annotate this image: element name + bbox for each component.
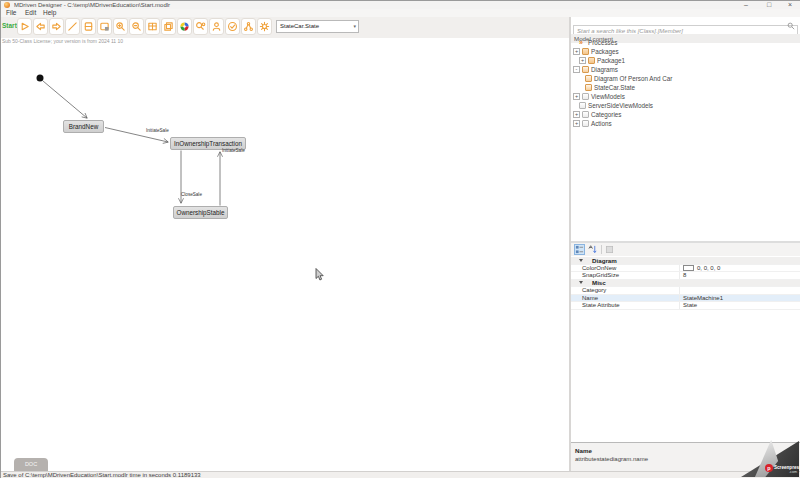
category-label: Misc (583, 279, 606, 286)
tree-item-label: ViewModels (591, 93, 625, 100)
property-label: SnapGridSize (571, 272, 679, 278)
expander-icon[interactable]: + (573, 93, 580, 100)
tree-item-serversideviewmodels[interactable]: ServerSideViewModels (571, 101, 800, 110)
search-settings-icon (195, 21, 206, 32)
property-value[interactable]: State (679, 302, 800, 309)
search-box (573, 19, 798, 32)
split-view-icon (83, 21, 94, 32)
property-grid: Diagram ColorOnNew 0, 0, 0, 0 SnapGridSi… (571, 257, 800, 310)
settings-button[interactable] (257, 18, 272, 35)
property-value[interactable] (679, 287, 800, 294)
menu-file[interactable]: File (6, 9, 16, 17)
tree-item-label: Package1 (597, 57, 625, 64)
property-row-coloronnew[interactable]: ColorOnNew 0, 0, 0, 0 (571, 265, 800, 273)
expander-icon[interactable]: + (573, 48, 580, 55)
property-row-category[interactable]: Category (571, 287, 800, 295)
toolbar-separator (601, 245, 602, 254)
zoom-out-button[interactable] (129, 18, 144, 35)
menu-help[interactable]: Help (43, 9, 56, 17)
diagram-canvas[interactable]: BrandNew InOwnershipTransaction Ownershi… (1, 45, 569, 471)
expander-icon[interactable]: + (573, 111, 580, 118)
arrow-right-icon (51, 21, 62, 32)
user-button[interactable] (209, 18, 224, 35)
back-button[interactable] (33, 18, 48, 35)
search-settings-button[interactable] (193, 18, 208, 35)
alphabetical-sort-button[interactable] (587, 244, 598, 255)
property-label: Category (571, 287, 679, 293)
zoom-out-icon (131, 21, 142, 32)
property-value[interactable]: 8 (679, 272, 800, 279)
forward-button[interactable] (49, 18, 64, 35)
property-pages-icon (605, 245, 614, 254)
tree-item-viewmodels[interactable]: + ViewModels (571, 92, 800, 101)
window-preview-button[interactable] (97, 18, 112, 35)
tree-item-label: Packages (591, 48, 619, 55)
tree-item-package1[interactable]: + Package1 (571, 56, 800, 65)
minimize-button[interactable]: – (739, 1, 753, 9)
color-swatch[interactable] (683, 265, 694, 271)
diagram-icon (585, 84, 592, 91)
transition-label-initiatesale: InitiateSale (146, 128, 169, 133)
state-node-brandnew[interactable]: BrandNew (63, 120, 104, 133)
grid-view-button[interactable] (145, 18, 160, 35)
diagram-selector-value: StateCar.State (280, 23, 319, 29)
expander-icon[interactable]: + (579, 57, 586, 64)
screenpresso-watermark: p Screenpresso .com (741, 439, 799, 477)
split-view-button[interactable] (81, 18, 96, 35)
title-bar: MDriven Designer - C:\temp\MDrivenEducat… (1, 1, 800, 9)
association-button[interactable] (241, 18, 256, 35)
window-preview-icon (99, 21, 110, 32)
diagrams-folder-icon (582, 66, 589, 73)
diagram-selector-combobox[interactable]: StateCar.State ▾ (276, 20, 359, 33)
tree-item-categories[interactable]: + Categories (571, 110, 800, 119)
tree-item-actions[interactable]: + Actions (571, 119, 800, 128)
property-value[interactable]: 0, 0, 0, 0 (679, 265, 800, 272)
diagram-edges (1, 45, 569, 471)
draw-line-button[interactable] (65, 18, 80, 35)
property-row-state-attribute[interactable]: State Attribute State (571, 302, 800, 310)
tree-item-processes[interactable]: » Processes (571, 38, 800, 47)
status-bar: Save of C:\temp\MDrivenEducation\Start.m… (1, 471, 800, 478)
maximize-button[interactable]: □ (762, 1, 776, 9)
tree-item-diagram-of-person-and-car[interactable]: Diagram Of Person And Car (571, 74, 800, 83)
doc-tab[interactable]: DOC (14, 458, 48, 471)
color-wheel-button[interactable] (177, 18, 192, 35)
property-category-misc[interactable]: Misc (571, 280, 800, 288)
menu-bar: File Edit Help (1, 9, 800, 17)
tree-item-diagrams[interactable]: - Diagrams (571, 65, 800, 74)
package-icon (588, 57, 595, 64)
association-icon (243, 21, 254, 32)
transition-initial-to-brandnew[interactable] (43, 81, 87, 118)
property-row-name[interactable]: Name StateMachine1 (571, 295, 800, 303)
tree-item-label: Actions (591, 120, 612, 127)
validate-button[interactable] (225, 18, 240, 35)
categorized-icon (575, 245, 584, 254)
grid-view-icon (147, 21, 158, 32)
tree-item-packages[interactable]: + Packages (571, 47, 800, 56)
expander-icon[interactable]: + (573, 120, 580, 127)
property-label: Name (571, 295, 679, 301)
menu-edit[interactable]: Edit (25, 9, 36, 17)
sort-az-icon (588, 245, 597, 254)
categorized-view-button[interactable] (574, 244, 585, 255)
zoom-in-button[interactable] (113, 18, 128, 35)
duplicate-button[interactable] (161, 18, 176, 35)
description-text: attributestatediagram.name (575, 456, 648, 462)
toolbar: Start! (1, 17, 569, 38)
duplicate-icon (163, 21, 174, 32)
initial-state-dot[interactable] (37, 75, 44, 82)
status-text: Save of C:\temp\MDrivenEducation\Start.m… (3, 472, 201, 478)
property-value[interactable]: StateMachine1 (679, 295, 800, 302)
description-title: Name (575, 447, 592, 454)
search-icon (787, 22, 795, 30)
arrow-left-icon (35, 21, 46, 32)
tree-item-statecar-state[interactable]: StateCar.State (571, 83, 800, 92)
expander-icon[interactable]: - (573, 66, 580, 73)
close-button[interactable]: × (783, 1, 797, 9)
actions-icon (582, 120, 589, 127)
state-node-ownershipstable[interactable]: OwnershipStable (173, 206, 228, 219)
processes-icon: » (579, 39, 586, 46)
property-category-diagram[interactable]: Diagram (571, 257, 800, 265)
play-button[interactable] (17, 18, 32, 35)
tree-item-label: Processes (588, 39, 617, 46)
